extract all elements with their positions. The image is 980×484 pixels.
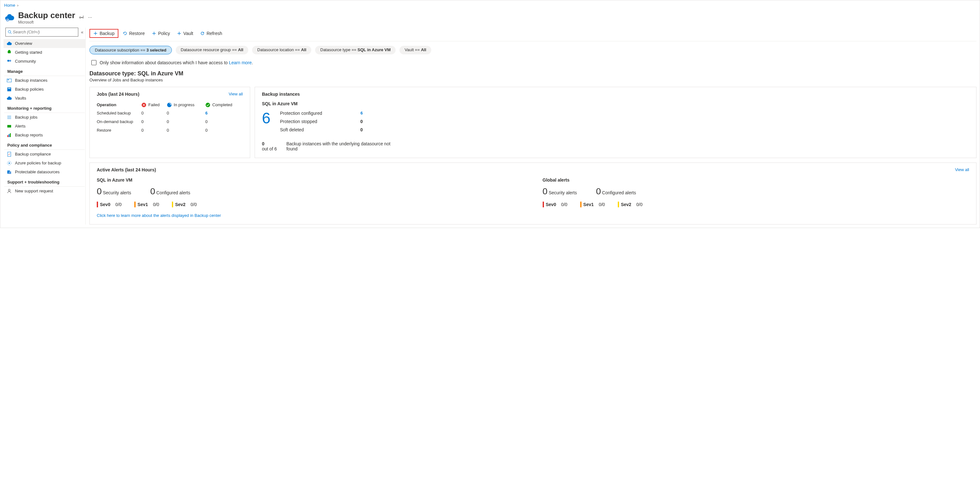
restore-button-label: Restore — [129, 31, 145, 36]
bi-prot-conf-value[interactable]: 6 — [360, 111, 363, 116]
nav-backup-compliance-label: Backup compliance — [15, 152, 51, 157]
breadcrumb-home[interactable]: Home — [4, 3, 15, 8]
datasource-subtitle: Overview of Jobs and Backup instances — [89, 78, 977, 87]
sev2-item: Sev2 0/0 — [618, 202, 643, 207]
bi-prot-stop-label: Protection stopped — [280, 119, 317, 124]
nav-community[interactable]: Community — [3, 57, 85, 66]
sev0-bar — [97, 202, 98, 207]
pill-resource-group[interactable]: Datasource resource group == All — [176, 46, 248, 54]
nav-backup-policies[interactable]: Backup policies — [3, 85, 85, 94]
nav-getting-started-label: Getting started — [15, 50, 42, 55]
alerts-title: Active Alerts (last 24 Hours) — [97, 167, 156, 172]
plus-icon — [177, 31, 181, 36]
nav-vaults-label: Vaults — [15, 96, 26, 100]
nav-azure-policies-label: Azure policies for backup — [15, 160, 61, 165]
table-row: Scheduled backup 0 0 6 — [97, 109, 243, 117]
svg-point-4 — [9, 60, 11, 62]
refresh-button[interactable]: Refresh — [198, 30, 225, 37]
nav-backup-instances-label: Backup instances — [15, 78, 48, 83]
configured-alerts-label: Configured alerts — [156, 190, 190, 195]
bi-soft-del-label: Soft deleted — [280, 127, 304, 132]
failed-icon — [141, 102, 146, 108]
jobs-title: Jobs (last 24 Hours) — [97, 92, 139, 97]
alerts-col1-title: SQL in Azure VM — [97, 178, 523, 182]
nav-overview[interactable]: Overview — [3, 39, 85, 48]
nav-backup-policies-label: Backup policies — [15, 87, 44, 92]
jobs-icon — [7, 115, 12, 120]
access-checkbox[interactable] — [91, 60, 97, 65]
svg-rect-10 — [7, 135, 8, 137]
vaults-icon — [7, 96, 12, 101]
restore-button[interactable]: Restore — [120, 30, 147, 37]
support-icon — [7, 189, 12, 194]
svg-rect-12 — [10, 133, 11, 137]
overview-icon — [7, 41, 12, 46]
svg-point-15 — [9, 162, 10, 164]
svg-line-2 — [11, 32, 12, 34]
refresh-icon — [200, 31, 205, 36]
jobs-col-completed: Completed — [212, 102, 232, 107]
pill-subscription[interactable]: Datasource subscription == 3 selected — [89, 46, 172, 54]
more-icon[interactable]: ··· — [88, 14, 92, 21]
page-subtitle: Microsoft — [18, 20, 75, 24]
sev2-bar — [172, 202, 173, 207]
alerts-view-all[interactable]: View all — [955, 167, 969, 172]
pill-location[interactable]: Datasource location == All — [252, 46, 311, 54]
search-input[interactable] — [12, 29, 76, 35]
search-box[interactable] — [5, 28, 78, 36]
pill-datasource-type[interactable]: Datasource type == SQL in Azure VM — [315, 46, 396, 54]
pin-icon[interactable] — [79, 14, 84, 21]
jobs-view-all[interactable]: View all — [229, 92, 243, 96]
svg-rect-7 — [7, 87, 11, 91]
protectable-icon — [7, 170, 12, 175]
alerts-icon — [7, 124, 12, 129]
bi-note-text: Backup instances with the underlying dat… — [286, 141, 395, 151]
nav-new-support-request[interactable]: New support request — [3, 187, 85, 195]
bi-note-out: out of 6 — [262, 146, 277, 151]
nav-getting-started[interactable]: Getting started — [3, 48, 85, 57]
completed-icon — [205, 102, 210, 108]
section-support: Support + troubleshooting — [4, 176, 85, 187]
page-title: Backup center — [18, 11, 75, 20]
rocket-icon — [7, 50, 12, 55]
bi-soft-del-value: 0 — [360, 127, 363, 132]
community-icon — [7, 59, 12, 64]
access-filter-row: Only show information about datasources … — [89, 56, 977, 68]
collapse-sidebar-icon[interactable]: « — [81, 30, 83, 35]
sidebar: « Overview Getting started Community Man… — [3, 28, 86, 224]
nav-overview-label: Overview — [15, 41, 32, 46]
nav-backup-reports-label: Backup reports — [15, 133, 43, 137]
nav-protectable-datasources-label: Protectable datasources — [15, 170, 59, 174]
policy-button[interactable]: Policy — [149, 30, 172, 37]
bi-prot-conf-label: Protection configured — [280, 111, 322, 116]
nav-backup-compliance[interactable]: Backup compliance — [3, 150, 85, 159]
backup-button[interactable]: Backup — [89, 29, 118, 38]
nav-alerts[interactable]: Alerts — [3, 122, 85, 131]
table-row: On-demand backup 0 0 0 — [97, 117, 243, 126]
search-icon — [8, 30, 12, 34]
sev1-bar — [134, 202, 135, 207]
nav-vaults[interactable]: Vaults — [3, 94, 85, 103]
breadcrumb[interactable]: Home› — [3, 2, 977, 10]
datasource-title: Datasource type: SQL in Azure VM — [89, 68, 977, 78]
svg-rect-5 — [7, 79, 11, 82]
nav-protectable-datasources[interactable]: Protectable datasources — [3, 168, 85, 176]
chevron-right-icon: › — [17, 3, 19, 8]
scheduled-completed-link[interactable]: 6 — [205, 111, 207, 116]
nav-backup-reports[interactable]: Backup reports — [3, 131, 85, 140]
alerts-learn-more[interactable]: Click here to learn more about the alert… — [97, 213, 221, 218]
vault-button[interactable]: Vault — [174, 30, 196, 37]
svg-rect-11 — [9, 134, 10, 137]
pill-vault[interactable]: Vault == All — [399, 46, 431, 54]
jobs-col-inprogress: In progress — [174, 102, 194, 107]
nav-backup-jobs[interactable]: Backup jobs — [3, 113, 85, 122]
svg-point-21 — [205, 103, 210, 107]
nav-azure-policies[interactable]: Azure policies for backup — [3, 159, 85, 168]
toolbar: Backup Restore Policy Vault Refresh — [89, 28, 977, 41]
sev2-item: Sev2 0/0 — [172, 202, 197, 207]
learn-more-link[interactable]: Learn more — [229, 60, 252, 65]
jobs-card: Jobs (last 24 Hours) View all Operation … — [89, 87, 250, 158]
svg-point-1 — [8, 30, 11, 33]
svg-point-3 — [7, 60, 9, 62]
nav-backup-instances[interactable]: Backup instances — [3, 76, 85, 85]
